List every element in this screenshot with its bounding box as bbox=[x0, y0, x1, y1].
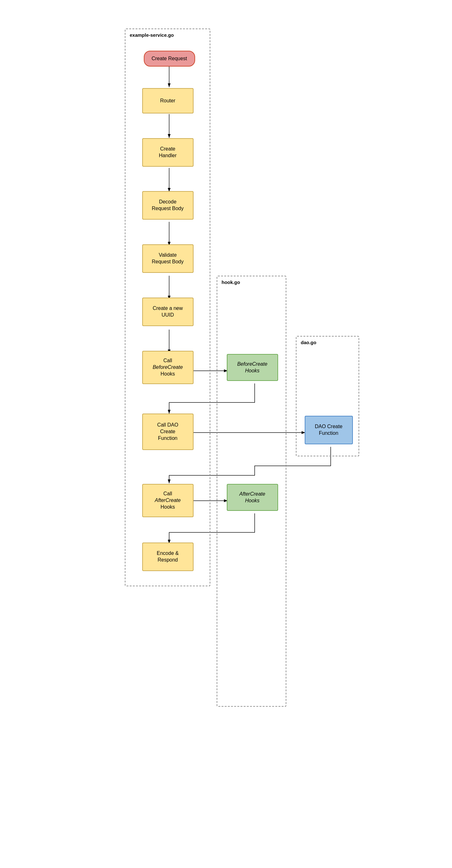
create-request-label: Create Request bbox=[152, 56, 187, 62]
dao-create-function-label: DAO CreateFunction bbox=[315, 423, 343, 437]
create-request-node: Create Request bbox=[144, 51, 195, 67]
call-after-create-label: CallAfterCreateHooks bbox=[155, 491, 181, 510]
hook-label: hook.go bbox=[222, 280, 240, 285]
router-node: Router bbox=[142, 88, 194, 114]
decode-request-label: DecodeRequest Body bbox=[152, 199, 184, 212]
dao-create-function-node: DAO CreateFunction bbox=[305, 416, 353, 444]
validate-request-node: ValidateRequest Body bbox=[142, 244, 194, 273]
encode-respond-label: Encode &Respond bbox=[157, 550, 179, 563]
call-after-create-node: CallAfterCreateHooks bbox=[142, 484, 194, 517]
router-label: Router bbox=[160, 98, 175, 104]
call-before-create-node: CallBeforeCreateHooks bbox=[142, 351, 194, 384]
create-uuid-label: Create a newUUID bbox=[153, 305, 183, 318]
before-create-hooks-node: BeforeCreateHooks bbox=[227, 354, 278, 381]
decode-request-node: DecodeRequest Body bbox=[142, 191, 194, 220]
after-create-hooks-node: AfterCreateHooks bbox=[227, 484, 278, 511]
call-dao-create-node: Call DAOCreateFunction bbox=[142, 413, 194, 450]
example-service-label: example-service.go bbox=[130, 32, 174, 38]
create-handler-node: CreateHandler bbox=[142, 138, 194, 167]
dao-label: dao.go bbox=[301, 340, 316, 345]
encode-respond-node: Encode &Respond bbox=[142, 542, 194, 571]
call-before-create-label: CallBeforeCreateHooks bbox=[153, 358, 183, 377]
create-uuid-node: Create a newUUID bbox=[142, 298, 194, 326]
validate-request-label: ValidateRequest Body bbox=[152, 252, 184, 265]
diagram-container: example-service.go hook.go dao.go Create… bbox=[115, 13, 337, 852]
create-handler-label: CreateHandler bbox=[159, 146, 176, 159]
after-create-hooks-label: AfterCreateHooks bbox=[239, 491, 265, 504]
before-create-hooks-label: BeforeCreateHooks bbox=[237, 361, 267, 374]
call-dao-create-label: Call DAOCreateFunction bbox=[157, 422, 178, 441]
